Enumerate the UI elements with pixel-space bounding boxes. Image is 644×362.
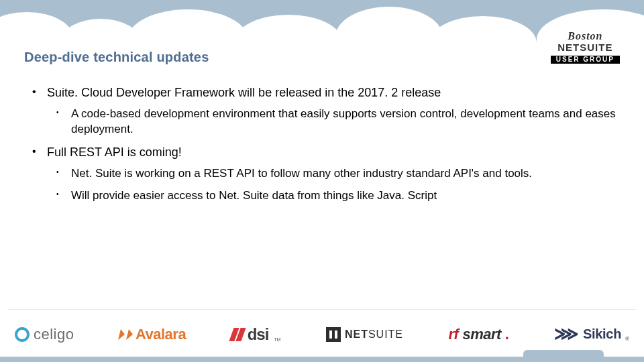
title-bar: Deep-dive technical updates Boston NETSU… <box>24 50 620 65</box>
sikich-icon: ⋙ <box>554 323 579 345</box>
logo-netsuite: NETSUITE <box>326 327 403 342</box>
bullet-list: Suite. Cloud Developer Framework will be… <box>24 86 620 204</box>
avalara-label: Avalara <box>136 326 186 343</box>
avalara-icon <box>118 329 126 340</box>
logo-sikich: ⋙ Sikich ® <box>554 324 629 345</box>
dsi-tm: TM <box>274 337 280 342</box>
bullet-2-children: Net. Suite is working on a REST API to f… <box>47 166 620 204</box>
brand-box: Boston NETSUITE USER GROUP <box>551 29 620 65</box>
bullet-1-text: Suite. Cloud Developer Framework will be… <box>47 86 441 99</box>
netsuite-icon <box>326 327 341 342</box>
bullet-1-children: A code-based development environment tha… <box>47 107 620 137</box>
footer-notch <box>523 350 604 357</box>
logo-dsi: dsi TM <box>231 325 281 344</box>
cloud-decoration <box>0 0 644 42</box>
rfsmart-rf: rf <box>449 326 459 343</box>
rfsmart-dot: . <box>505 326 509 343</box>
logo-avalara: Avalara <box>119 326 186 343</box>
bullet-2: Full REST API is coming! Net. Suite is w… <box>24 145 620 204</box>
sikich-reg: ® <box>625 336 629 342</box>
brand-line1: Boston <box>551 31 620 42</box>
bullet-1: Suite. Cloud Developer Framework will be… <box>24 86 620 137</box>
celigo-icon <box>15 327 30 342</box>
bullet-2-1: Net. Suite is working on a REST API to f… <box>47 166 620 182</box>
footer-band <box>0 357 644 362</box>
logo-celigo: celigo <box>15 326 74 343</box>
content-area: Suite. Cloud Developer Framework will be… <box>24 86 620 212</box>
bullet-2-text: Full REST API is coming! <box>47 145 182 159</box>
sikich-label: Sikich <box>583 326 621 342</box>
slide-title: Deep-dive technical updates <box>24 50 209 65</box>
brand-net: NET <box>557 42 580 53</box>
dsi-label: dsi <box>248 325 269 344</box>
netsuite-label: NETSUITE <box>345 328 403 341</box>
sponsor-logo-row: celigo Avalara dsi TM NETSUITE rfsmart. … <box>15 324 629 345</box>
celigo-label: celigo <box>34 326 74 343</box>
brand-line2: NETSUITE <box>551 42 620 53</box>
footer-divider <box>8 309 636 310</box>
avalara-icon-2 <box>126 329 134 340</box>
rfsmart-smart: smart <box>462 326 500 343</box>
slide-root: Deep-dive technical updates Boston NETSU… <box>0 0 644 362</box>
bullet-1-1: A code-based development environment tha… <box>47 107 620 137</box>
bullet-2-2: Will provide easier access to Net. Suite… <box>47 188 620 204</box>
brand-usergroup: USER GROUP <box>551 56 620 64</box>
dsi-icon <box>231 328 244 341</box>
brand-suite: SUITE <box>580 42 612 53</box>
logo-rfsmart: rfsmart. <box>449 326 509 343</box>
